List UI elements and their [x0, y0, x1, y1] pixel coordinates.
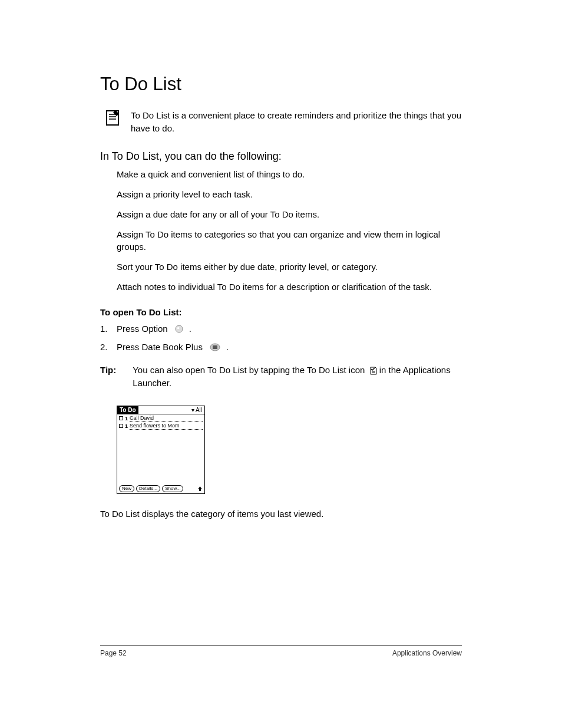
- mock-item-text: Call David: [130, 414, 203, 422]
- step-period: .: [189, 323, 191, 335]
- mock-priority: 1: [125, 415, 128, 422]
- step-number: 1.: [100, 323, 111, 335]
- mock-app-title: To Do: [117, 406, 138, 414]
- tip-label: Tip:: [100, 364, 116, 390]
- feature-item: Make a quick and convenient list of thin…: [117, 169, 462, 180]
- checkbox-icon[interactable]: [119, 424, 123, 428]
- open-heading: To open To Do List:: [100, 307, 462, 317]
- features-list: Make a quick and convenient list of thin…: [100, 169, 462, 294]
- mock-body: 1 Call David 1 Send flowers to Mom: [117, 414, 204, 485]
- page-number: Page 52: [100, 649, 127, 657]
- page-title: To Do List: [100, 74, 462, 95]
- feature-item: Assign a priority level to each task.: [117, 189, 462, 200]
- mock-todo-item[interactable]: 1 Call David: [117, 414, 204, 422]
- step-row: 2. Press Date Book Plus .: [100, 341, 462, 353]
- mock-header: To Do ▾ All: [117, 406, 204, 414]
- datebook-button-icon: [210, 343, 220, 351]
- checkbox-icon[interactable]: [119, 416, 123, 420]
- mock-footer: New Details... Show...: [117, 485, 204, 493]
- intro-text: To Do List is a convenient place to crea…: [131, 109, 462, 135]
- page-footer: Page 52 Applications Overview: [100, 645, 462, 657]
- mock-item-text: Send flowers to Mom: [130, 422, 203, 430]
- feature-item: Assign a due date for any or all of your…: [117, 209, 462, 220]
- mock-new-button[interactable]: New: [119, 485, 134, 492]
- tip-body: You can also open To Do List by tapping …: [133, 364, 462, 390]
- intro-block: To Do List is a convenient place to crea…: [100, 109, 462, 135]
- step-number: 2.: [100, 341, 111, 353]
- mock-todo-item[interactable]: 1 Send flowers to Mom: [117, 422, 204, 430]
- svg-rect-7: [213, 345, 217, 349]
- mock-category-label: All: [196, 407, 202, 413]
- step-row: 1. Press Option .: [100, 323, 462, 335]
- step-period: .: [226, 341, 229, 353]
- todo-app-icon: [369, 367, 377, 375]
- mock-priority: 1: [125, 423, 128, 430]
- scroll-up-icon[interactable]: [197, 485, 203, 492]
- notepad-icon: [105, 109, 120, 127]
- todo-app-screenshot: To Do ▾ All 1 Call David 1 Send flowers …: [117, 406, 205, 494]
- step-text: Press Date Book Plus: [117, 341, 203, 353]
- option-button-icon: [175, 325, 183, 333]
- tip-text-pre: You can also open To Do List by tapping …: [133, 365, 365, 375]
- feature-item: Sort your To Do items either by due date…: [117, 261, 462, 273]
- screenshot-caption: To Do List displays the category of item…: [100, 508, 462, 520]
- tip-block: Tip: You can also open To Do List by tap…: [100, 364, 462, 390]
- svg-point-5: [177, 327, 179, 329]
- feature-item: Assign To Do items to categories so that…: [117, 229, 462, 253]
- feature-item: Attach notes to individual To Do items f…: [117, 281, 462, 293]
- dropdown-triangle-icon: ▾: [191, 407, 194, 413]
- svg-point-4: [176, 325, 183, 332]
- mock-category-selector[interactable]: ▾ All: [189, 406, 204, 414]
- section-title: Applications Overview: [392, 649, 462, 657]
- steps-list: 1. Press Option . 2. Press Date Book Plu…: [100, 323, 462, 353]
- step-text: Press Option: [117, 323, 168, 335]
- mock-show-button[interactable]: Show...: [162, 485, 183, 492]
- mock-details-button[interactable]: Details...: [136, 485, 160, 492]
- features-heading: In To Do List, you can do the following:: [100, 150, 462, 163]
